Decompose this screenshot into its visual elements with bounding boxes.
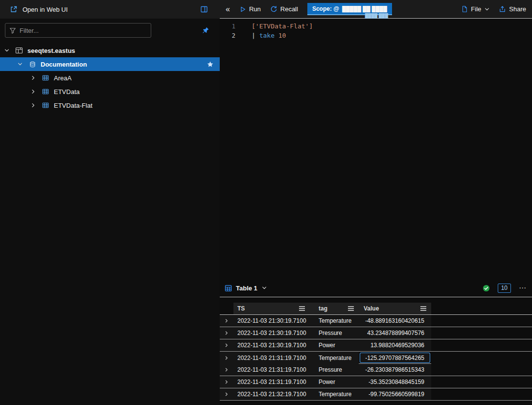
column-header-ts[interactable]: TS — [233, 303, 310, 314]
table-cell[interactable]: -35.35230848845159 — [359, 376, 431, 388]
file-icon — [461, 5, 468, 13]
table-cell[interactable]: -125.29707887564265 — [360, 353, 430, 363]
filter-input[interactable] — [20, 27, 147, 34]
table-icon — [41, 88, 50, 95]
chevron-right-icon[interactable] — [29, 89, 37, 95]
tree-item-documentation[interactable]: Documentation — [0, 57, 220, 71]
code-text: ['ETVData-Flat'] — [243, 22, 313, 31]
table-row[interactable]: 2022-11-03 21:31:19.7100Power-35.3523084… — [220, 376, 532, 388]
sidebar-topbar: Open in Web UI — [0, 0, 220, 19]
table-row[interactable]: 2022-11-03 21:30:19.7100Temperature-48.8… — [220, 315, 532, 327]
editor-line[interactable]: 1['ETVData-Flat'] — [220, 22, 532, 31]
more-options-button[interactable]: ⋯ — [519, 284, 526, 292]
editor-line[interactable]: 2| take 10 — [220, 31, 532, 40]
share-icon — [499, 5, 506, 13]
scope-redacted-text-2: ████ ███ — [365, 13, 388, 18]
table-cell[interactable]: -48.889163160420615 — [359, 315, 431, 327]
table-row[interactable]: 2022-11-03 21:32:19.7100Temperature-99.7… — [220, 388, 532, 401]
file-menu-button[interactable]: File — [461, 5, 490, 13]
panel-toggle-icon[interactable] — [200, 5, 208, 13]
query-panel: « Run Recall Scope: @ █████ ██ ████ ████… — [220, 0, 532, 405]
table-cell[interactable]: 13.98820469529036 — [359, 339, 431, 351]
run-label: Run — [249, 5, 261, 13]
table-cell[interactable]: Power — [310, 339, 359, 351]
recall-button[interactable]: Recall — [270, 5, 298, 13]
editor-lines: 1['ETVData-Flat']2| take 10 — [220, 22, 532, 40]
table-cell[interactable]: 2022-11-03 21:30:19.7100 — [233, 315, 310, 327]
tree-item-areaa[interactable]: AreaA — [0, 71, 220, 85]
share-button[interactable]: Share — [499, 5, 526, 13]
table-row[interactable]: 2022-11-03 21:31:19.7100Pressure-26.2303… — [220, 364, 532, 376]
table-cell[interactable]: Temperature — [310, 388, 359, 400]
table-cell[interactable]: 2022-11-03 21:30:19.7100 — [233, 339, 310, 351]
tree-item-label: ETVData-Flat — [54, 102, 93, 109]
pin-filter-icon[interactable] — [202, 26, 209, 34]
database-icon — [28, 61, 37, 68]
tree-item-seeqtest-eastus[interactable]: seeqtest.eastus — [0, 44, 220, 57]
collapse-panel-button[interactable]: « — [226, 5, 230, 13]
chevron-down-icon — [484, 6, 490, 12]
column-menu-icon[interactable] — [348, 306, 354, 311]
results-tab-label[interactable]: Table 1 — [236, 285, 257, 292]
scope-selector[interactable]: Scope: @ █████ ██ ████ ████ ███ — [307, 3, 392, 15]
table-body: 2022-11-03 21:30:19.7100Temperature-48.8… — [220, 315, 532, 401]
row-count-badge[interactable]: 10 — [498, 284, 511, 293]
results-grid: TStagValue 2022-11-03 21:30:19.7100Tempe… — [220, 303, 532, 401]
table-cell[interactable]: Power — [310, 376, 359, 388]
chevron-down-icon[interactable] — [16, 61, 24, 67]
chevron-down-icon[interactable] — [3, 48, 11, 53]
column-menu-icon[interactable] — [420, 306, 426, 311]
tree-item-etvdata[interactable]: ETVData — [0, 85, 220, 98]
row-expand-icon[interactable] — [220, 352, 233, 364]
open-in-web-ui-button[interactable]: Open in Web UI — [10, 5, 68, 13]
table-row[interactable]: 2022-11-03 21:30:19.7100Pressure43.23487… — [220, 327, 532, 339]
table-cell[interactable]: 2022-11-03 21:30:19.7100 — [233, 327, 310, 339]
cell-value: Power — [319, 342, 335, 349]
table-cell[interactable]: 2022-11-03 21:31:19.7100 — [233, 352, 310, 364]
table-cell[interactable]: 2022-11-03 21:31:19.7100 — [233, 376, 310, 388]
row-expand-icon[interactable] — [220, 388, 233, 400]
cell-value: -99.75025660599819 — [369, 391, 424, 398]
results-header-right: 10 ⋯ — [483, 284, 526, 293]
table-cell[interactable]: Temperature — [310, 315, 359, 327]
row-filler — [431, 315, 532, 327]
table-row[interactable]: 2022-11-03 21:31:19.7100Temperature-125.… — [220, 352, 532, 364]
table-cell[interactable]: -26.230387986515343 — [359, 364, 431, 376]
row-expand-icon[interactable] — [220, 327, 233, 339]
table-cell[interactable]: 2022-11-03 21:32:19.7100 — [233, 388, 310, 400]
results-panel: Table 1 10 ⋯ TStagValue 2022-11-03 21:30… — [220, 279, 532, 405]
table-cell[interactable]: -99.75025660599819 — [359, 388, 431, 400]
row-expand-icon[interactable] — [220, 339, 233, 351]
star-icon[interactable] — [207, 61, 214, 68]
table-cell[interactable]: Pressure — [310, 327, 359, 339]
cell-value: 2022-11-03 21:31:19.7100 — [237, 355, 306, 361]
run-button[interactable]: Run — [239, 5, 261, 13]
column-header-tag[interactable]: tag — [310, 303, 359, 314]
row-filler — [431, 364, 532, 376]
cluster-icon — [15, 47, 23, 54]
tree-item-etvdata-flat[interactable]: ETVData-Flat — [0, 98, 220, 112]
chevron-right-icon[interactable] — [29, 75, 37, 81]
filter-box — [5, 23, 151, 38]
row-filler — [431, 376, 532, 388]
chevron-right-icon[interactable] — [29, 102, 37, 108]
table-cell[interactable]: 2022-11-03 21:31:19.7100 — [233, 364, 310, 376]
line-number: 1 — [220, 22, 243, 31]
column-header-value[interactable]: Value — [359, 303, 431, 314]
table-cell[interactable]: Temperature — [310, 352, 359, 364]
scope-redacted-text: █████ ██ ████ — [342, 6, 387, 12]
kusto-explorer-app: Open in Web UI seeqtest.eastusDocumentat… — [0, 0, 532, 405]
column-menu-icon[interactable] — [299, 306, 305, 311]
recall-label: Recall — [280, 5, 298, 13]
query-editor[interactable]: 1['ETVData-Flat']2| take 10 — [220, 19, 532, 279]
table-row[interactable]: 2022-11-03 21:30:19.7100Power13.98820469… — [220, 339, 532, 352]
token-number: 10 — [275, 32, 286, 39]
row-expand-icon[interactable] — [220, 364, 233, 376]
file-label: File — [471, 5, 481, 13]
row-expand-icon[interactable] — [220, 315, 233, 327]
tree-item-label: AreaA — [54, 74, 71, 82]
table-cell[interactable]: Pressure — [310, 364, 359, 376]
row-expand-icon[interactable] — [220, 376, 233, 388]
chevron-down-icon[interactable] — [261, 285, 267, 291]
table-cell[interactable]: 43.234878899407576 — [359, 327, 431, 339]
